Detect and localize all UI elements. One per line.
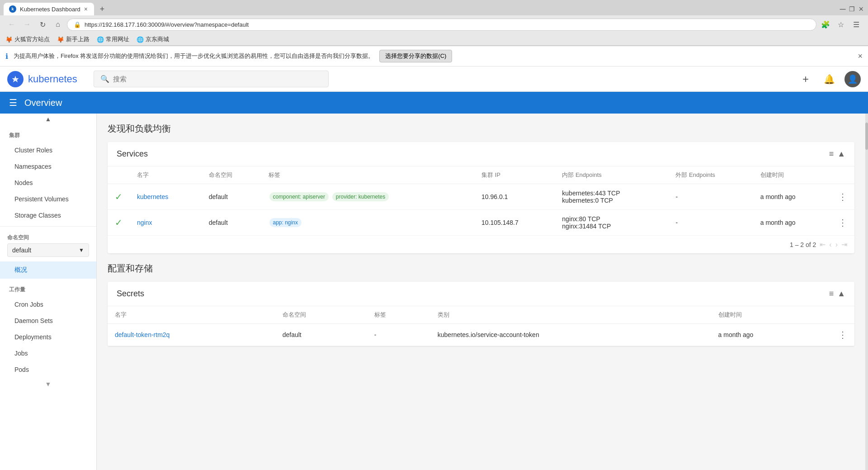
secrets-collapse-button[interactable]: ▲ — [837, 289, 845, 299]
sidebar-item-storage-classes[interactable]: Storage Classes — [0, 207, 96, 223]
notifications-button[interactable]: 🔔 — [821, 71, 837, 87]
bookmark-new-user[interactable]: 🦊 新手上路 — [57, 35, 90, 43]
secret-name-link[interactable]: default-token-rtm2q — [115, 331, 170, 338]
search-input[interactable] — [113, 75, 322, 83]
notification-text: 为提高用户体验，Firefox 将发送部分功能的使用情况给我们，用于进一步优化火… — [14, 52, 374, 60]
window-close-button[interactable]: × — [859, 5, 863, 14]
namespace-section-title: 命名空间 — [7, 234, 89, 242]
row-menu-button[interactable]: ⋮ — [838, 218, 847, 228]
row-menu-button[interactable]: ⋮ — [838, 330, 847, 340]
sidebar: ▲ 集群 Cluster Roles Namespaces Nodes Pers… — [0, 114, 97, 470]
row-status: ✓ — [108, 210, 130, 236]
row-cluster-ip: 10.96.0.1 — [474, 184, 555, 210]
sidebar-item-cluster-roles[interactable]: Cluster Roles — [0, 142, 96, 158]
forward-button[interactable]: → — [21, 18, 33, 31]
col-actions — [831, 306, 854, 324]
sidebar-item-cron-jobs[interactable]: Cron Jobs — [0, 296, 96, 313]
status-ok-icon: ✓ — [115, 192, 123, 202]
sidebar-item-namespaces[interactable]: Namespaces — [0, 158, 96, 175]
row-internal-endpoints: kubernetes:443 TCP kubernetes:0 TCP — [555, 184, 668, 210]
row-external-endpoints: - — [668, 210, 753, 236]
service-name-link[interactable]: nginx — [137, 219, 152, 226]
sidebar-item-daemon-sets[interactable]: Daemon Sets — [0, 313, 96, 329]
row-menu: ⋮ — [831, 184, 854, 210]
sidebar-scroll-down-button[interactable]: ▼ — [0, 378, 96, 390]
service-name-link[interactable]: kubernetes — [137, 193, 168, 200]
col-namespace: 命名空间 — [275, 306, 367, 324]
scroll-thumb[interactable] — [865, 123, 868, 150]
user-avatar[interactable]: 👤 — [844, 71, 861, 87]
services-filter-button[interactable]: ≡ — [829, 149, 834, 159]
home-button[interactable]: ⌂ — [52, 18, 64, 31]
prev-page-button[interactable]: ‹ — [829, 241, 831, 249]
row-cluster-ip: 10.105.148.7 — [474, 210, 555, 236]
bookmark-icon: 🦊 — [57, 36, 64, 43]
row-menu-button[interactable]: ⋮ — [838, 192, 847, 202]
menu-button[interactable]: ☰ — [850, 18, 863, 31]
sidebar-item-pods[interactable]: Pods — [0, 361, 96, 378]
search-icon: 🔍 — [100, 75, 109, 83]
window-minimize-button[interactable]: ─ — [840, 5, 846, 14]
active-tab[interactable]: k Kubernetes Dashboard × — [4, 3, 94, 15]
table-row: ✓ nginx default app: nginx 10.105.148.7 … — [108, 210, 854, 236]
close-tab-button[interactable]: × — [84, 5, 88, 13]
col-actions — [831, 166, 854, 184]
col-status — [108, 166, 130, 184]
back-button[interactable]: ← — [5, 18, 18, 31]
notification-action-button[interactable]: 选择您要分享的数据(C) — [379, 50, 452, 62]
sidebar-item-deployments[interactable]: Deployments — [0, 329, 96, 345]
tab-favicon: k — [9, 5, 16, 13]
sidebar-item-nodes[interactable]: Nodes — [0, 175, 96, 191]
secrets-table: 名字 命名空间 标签 类别 创建时间 default-token-rtm2q d… — [108, 306, 854, 346]
new-tab-button[interactable]: + — [96, 3, 108, 15]
browser-action-buttons: 🧩 ☆ ☰ — [819, 18, 863, 31]
add-button[interactable]: + — [797, 71, 814, 87]
row-status: ✓ — [108, 184, 130, 210]
notification-bar: ℹ 为提高用户体验，Firefox 将发送部分功能的使用情况给我们，用于进一步优… — [0, 46, 868, 66]
pagination-info: 1 – 2 of 2 — [790, 241, 816, 248]
table-row: ✓ kubernetes default component: apiserve… — [108, 184, 854, 210]
security-icon: 🔒 — [74, 21, 81, 28]
address-bar[interactable]: 🔒 https://192.168.177.160:30009/#/overvi… — [67, 19, 816, 31]
row-name: kubernetes — [130, 184, 202, 210]
services-card-actions: ≡ ▲ — [829, 149, 845, 159]
col-created: 创建时间 — [711, 306, 831, 324]
col-external-endpoints: 外部 Endpoints — [668, 166, 753, 184]
sidebar-item-persistent-volumes[interactable]: Persistent Volumes — [0, 191, 96, 207]
sidebar-item-overview[interactable]: 概况 — [0, 261, 96, 279]
bookmark-icon: 🌐 — [97, 36, 104, 43]
row-created: a month ago — [753, 210, 831, 236]
row-namespace: default — [202, 210, 261, 236]
first-page-button[interactable]: ⇤ — [820, 240, 826, 249]
bookmark-common-sites[interactable]: 🌐 常用网址 — [97, 35, 129, 43]
refresh-button[interactable]: ↻ — [36, 18, 49, 31]
services-collapse-button[interactable]: ▲ — [837, 149, 845, 159]
secrets-filter-button[interactable]: ≡ — [829, 289, 834, 299]
secrets-card-header: Secrets ≡ ▲ — [108, 282, 854, 306]
row-labels: app: nginx — [261, 210, 474, 236]
services-table: 名字 命名空间 标签 集群 IP 内部 Endpoints 外部 Endpoin… — [108, 166, 854, 236]
page-title: Overview — [24, 98, 62, 108]
notification-close-button[interactable]: × — [858, 52, 863, 61]
extensions-button[interactable]: 🧩 — [819, 18, 832, 31]
col-cluster-ip: 集群 IP — [474, 166, 555, 184]
content-area: 发现和负载均衡 Services ≡ ▲ 名字 命名空间 标签 集群 IP — [97, 114, 865, 470]
services-card-title: Services — [117, 149, 148, 159]
last-page-button[interactable]: ⇥ — [841, 240, 847, 249]
kubernetes-logo — [7, 71, 24, 87]
col-namespace: 命名空间 — [202, 166, 261, 184]
star-button[interactable]: ☆ — [835, 18, 847, 31]
services-pagination: 1 – 2 of 2 ⇤ ‹ › ⇥ — [108, 236, 854, 253]
bookmark-jd[interactable]: 🌐 京东商城 — [137, 35, 169, 43]
label-badge: component: apiserver — [269, 192, 329, 201]
namespace-selector[interactable]: default ▼ — [7, 243, 89, 257]
sidebar-item-jobs[interactable]: Jobs — [0, 345, 96, 361]
sidebar-scroll-up-button[interactable]: ▲ — [0, 114, 96, 124]
next-page-button[interactable]: › — [835, 241, 838, 249]
bookmark-firefox-official[interactable]: 🦊 火狐官方站点 — [5, 35, 50, 43]
col-created: 创建时间 — [753, 166, 831, 184]
secrets-card-actions: ≡ ▲ — [829, 289, 845, 299]
window-maximize-button[interactable]: ❐ — [849, 5, 855, 13]
sidebar-toggle-button[interactable]: ☰ — [9, 97, 17, 108]
search-bar[interactable]: 🔍 — [94, 71, 329, 87]
